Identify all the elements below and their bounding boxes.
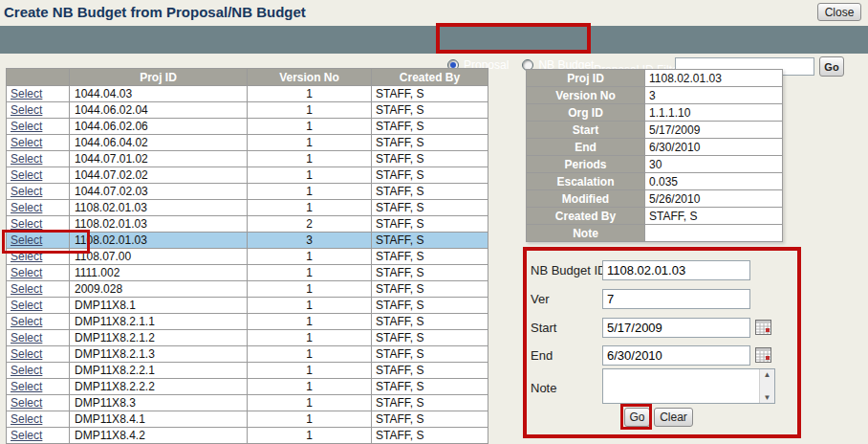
version-no-cell: 1 xyxy=(248,119,372,135)
proj-id-cell: DMP11X8.2.2.2 xyxy=(70,379,248,395)
version-no-cell: 2 xyxy=(248,216,372,233)
detail-value: 1.1.1.10 xyxy=(645,104,783,122)
select-link[interactable]: Select xyxy=(11,282,42,296)
created-by-cell: STAFF, S xyxy=(372,151,488,167)
ver-input[interactable] xyxy=(602,289,750,309)
table-row: Select DMP11X8.4.1 1 STAFF, S xyxy=(7,411,488,428)
project-table-body: Select 1044.04.03 1 STAFF, S Select 1044… xyxy=(7,86,488,444)
detail-label: Escalation xyxy=(527,173,645,190)
select-link[interactable]: Select xyxy=(11,201,42,214)
select-link[interactable]: Select xyxy=(11,364,42,377)
start-label: Start xyxy=(531,321,556,335)
detail-label: Org ID xyxy=(527,104,645,122)
select-link[interactable]: Select xyxy=(11,315,42,328)
detail-label: End xyxy=(527,139,645,156)
select-link[interactable]: Select xyxy=(11,266,42,279)
note-textarea[interactable] xyxy=(603,369,759,403)
select-link[interactable]: Select xyxy=(11,299,42,312)
select-link[interactable]: Select xyxy=(11,331,42,344)
version-no-cell: 1 xyxy=(248,428,372,444)
version-no-cell: 1 xyxy=(248,265,372,281)
scroll-up-icon[interactable]: ▲ xyxy=(760,369,774,380)
detail-label: Proj ID xyxy=(527,70,645,87)
created-by-cell: STAFF, S xyxy=(372,330,488,346)
table-row: Select 1044.07.01.02 1 STAFF, S xyxy=(7,151,488,167)
select-link[interactable]: Select xyxy=(11,396,42,410)
filter-go-button[interactable]: Go xyxy=(819,56,844,77)
version-no-cell: 1 xyxy=(248,151,372,167)
proj-id-cell: DMP11X8.2.1.2 xyxy=(70,330,248,346)
detail-row: Escalation 0.035 xyxy=(527,173,783,190)
detail-label: Modified xyxy=(527,190,645,208)
select-link[interactable]: Select xyxy=(11,347,42,361)
created-by-cell: STAFF, S xyxy=(372,411,488,428)
note-field: ▲ ▼ xyxy=(602,368,775,404)
table-row: Select 1044.07.02.03 1 STAFF, S xyxy=(7,184,488,200)
select-link[interactable]: Select xyxy=(11,152,42,166)
form-go-button[interactable]: Go xyxy=(624,408,650,427)
version-no-cell: 1 xyxy=(248,298,372,314)
table-row: Select DMP11X8.2.1.3 1 STAFF, S xyxy=(7,346,488,363)
created-by-cell: STAFF, S xyxy=(372,346,488,363)
proj-id-cell: 1044.07.02.03 xyxy=(70,184,248,200)
select-link[interactable]: Select xyxy=(11,185,42,198)
create-nb-budget-window: Create NB Budget from Proposal/NB Budget… xyxy=(0,0,868,444)
close-button[interactable]: Close xyxy=(817,3,861,21)
detail-value: 5/26/2010 xyxy=(645,190,783,208)
detail-value: 30 xyxy=(645,156,783,173)
created-by-cell: STAFF, S xyxy=(372,428,488,444)
select-link[interactable]: Select xyxy=(11,168,42,182)
created-by-cell: STAFF, S xyxy=(372,298,488,314)
detail-row: Org ID 1.1.1.10 xyxy=(527,104,783,122)
proj-id-cell: 1044.06.02.06 xyxy=(70,119,248,135)
start-date-calendar-icon[interactable] xyxy=(755,320,771,335)
select-link[interactable]: Select xyxy=(11,429,42,442)
select-link[interactable]: Select xyxy=(11,87,42,100)
page-title: Create NB Budget from Proposal/NB Budget xyxy=(4,4,306,20)
scroll-down-icon[interactable]: ▼ xyxy=(760,392,774,403)
select-link[interactable]: Select xyxy=(11,250,42,263)
proj-id-cell: DMP11X8.1 xyxy=(70,298,248,314)
nb-budget-id-label: NB Budget ID xyxy=(531,263,607,278)
select-link[interactable]: Select xyxy=(11,380,42,393)
table-row: Select DMP11X8.4.2 1 STAFF, S xyxy=(7,428,488,444)
version-no-cell: 1 xyxy=(248,167,372,184)
detail-body: Proj ID 1108.02.01.03 Version No 3 Org I… xyxy=(527,70,783,242)
detail-value: 6/30/2010 xyxy=(645,139,783,156)
table-row: Select DMP11X8.2.2.1 1 STAFF, S xyxy=(7,363,488,379)
table-row: Select 2009.028 1 STAFF, S xyxy=(7,281,488,298)
detail-value xyxy=(645,225,783,242)
created-by-cell: STAFF, S xyxy=(372,86,488,102)
detail-label: Start xyxy=(527,122,645,139)
nb-budget-id-input[interactable] xyxy=(602,260,750,280)
select-link[interactable]: Select xyxy=(11,120,42,133)
created-by-cell: STAFF, S xyxy=(372,233,488,249)
version-no-cell: 1 xyxy=(248,135,372,151)
proj-id-cell: DMP11X8.2.2.1 xyxy=(70,363,248,379)
header-created-by: Created By xyxy=(372,69,488,86)
detail-row: End 6/30/2010 xyxy=(527,139,783,156)
created-by-cell: STAFF, S xyxy=(372,102,488,119)
select-link[interactable]: Select xyxy=(11,136,42,149)
proj-id-cell: 1044.06.02.04 xyxy=(70,102,248,119)
end-date-calendar-icon[interactable] xyxy=(755,347,771,363)
start-input[interactable] xyxy=(602,318,750,338)
table-row: Select DMP11X8.3 1 STAFF, S xyxy=(7,395,488,411)
select-link[interactable]: Select xyxy=(11,217,42,231)
select-link[interactable]: Select xyxy=(11,103,42,117)
form-clear-button[interactable]: Clear xyxy=(654,408,693,427)
proj-id-cell: 1044.06.04.02 xyxy=(70,135,248,151)
version-no-cell: 1 xyxy=(248,330,372,346)
select-link[interactable]: Select xyxy=(11,412,42,426)
proj-id-cell: 1044.07.02.02 xyxy=(70,167,248,184)
version-no-cell: 3 xyxy=(248,233,372,249)
detail-value: 1108.02.01.03 xyxy=(645,70,783,87)
table-row: Select 1044.07.02.02 1 STAFF, S xyxy=(7,167,488,184)
select-link[interactable]: Select xyxy=(11,233,42,247)
table-row: Select 1044.04.03 1 STAFF, S xyxy=(7,86,488,102)
end-label: End xyxy=(531,348,553,363)
created-by-cell: STAFF, S xyxy=(372,184,488,200)
version-no-cell: 1 xyxy=(248,281,372,298)
end-input[interactable] xyxy=(602,345,750,366)
proj-id-cell: 1044.07.01.02 xyxy=(70,151,248,167)
